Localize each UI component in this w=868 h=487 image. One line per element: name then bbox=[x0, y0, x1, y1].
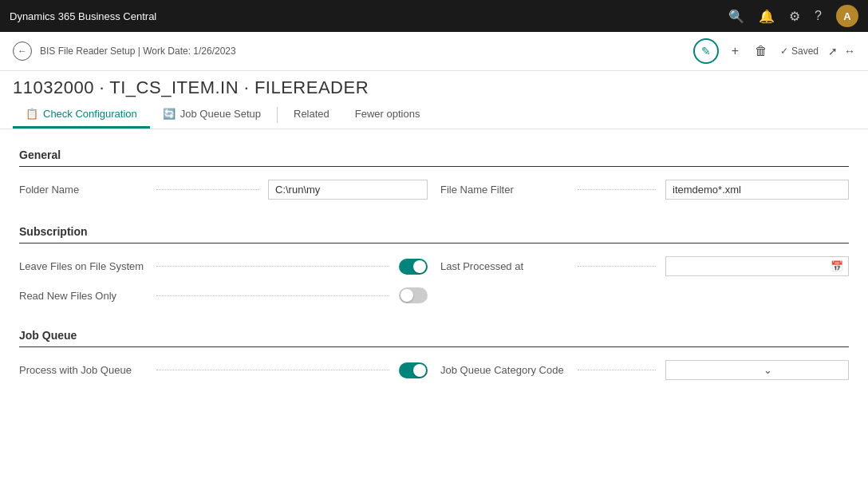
tabs-bar: 📋 Check Configuration 🔄 Job Queue Setup … bbox=[0, 101, 868, 129]
leave-files-dots bbox=[156, 266, 389, 267]
check-config-icon: 📋 bbox=[26, 108, 38, 120]
leave-files-toggle[interactable] bbox=[399, 259, 428, 275]
action-bar-right: ✎ + 🗑 ✓ Saved ➚ ↔ bbox=[693, 38, 855, 64]
calendar-icon[interactable]: 📅 bbox=[826, 257, 848, 275]
read-new-files-track[interactable] bbox=[399, 287, 428, 303]
fewer-options-action[interactable]: Fewer options bbox=[342, 101, 433, 129]
help-icon[interactable]: ? bbox=[815, 9, 822, 23]
app-title: Dynamics 365 Business Central bbox=[10, 10, 719, 22]
read-new-files-thumb bbox=[400, 289, 413, 302]
read-new-files-label: Read New Files Only bbox=[19, 290, 147, 302]
fewer-options-label: Fewer options bbox=[355, 108, 420, 120]
general-fields-row: Folder Name File Name Filter bbox=[19, 180, 849, 200]
top-navigation: Dynamics 365 Business Central 🔍 🔔 ⚙ ? A bbox=[0, 0, 868, 32]
read-new-files-group: Read New Files Only bbox=[19, 287, 428, 303]
user-avatar[interactable]: A bbox=[836, 5, 858, 27]
tab-separator bbox=[277, 107, 278, 123]
add-button[interactable]: + bbox=[728, 41, 742, 61]
tab-job-queue-label: Job Queue Setup bbox=[180, 108, 261, 120]
job-queue-category-label: Job Queue Category Code bbox=[440, 364, 568, 376]
leave-files-label: Leave Files on File System bbox=[19, 260, 147, 272]
page-container: ← BIS File Reader Setup | Work Date: 1/2… bbox=[0, 32, 868, 487]
subscription-section: Subscription Leave Files on File System … bbox=[19, 219, 849, 303]
job-queue-category-group: Job Queue Category Code ⌄ bbox=[440, 360, 849, 380]
file-name-filter-dots bbox=[578, 189, 656, 190]
process-job-queue-label: Process with Job Queue bbox=[19, 364, 147, 376]
job-queue-icon: 🔄 bbox=[163, 108, 176, 120]
tab-check-configuration[interactable]: 📋 Check Configuration bbox=[13, 101, 150, 129]
breadcrumb: BIS File Reader Setup | Work Date: 1/26/… bbox=[40, 46, 685, 57]
last-processed-input-wrapper: 📅 bbox=[665, 256, 849, 276]
process-job-queue-track[interactable] bbox=[399, 362, 428, 378]
edit-button[interactable]: ✎ bbox=[693, 38, 719, 64]
process-job-queue-group: Process with Job Queue bbox=[19, 362, 428, 378]
expand-icon[interactable]: ↔ bbox=[844, 45, 855, 57]
search-icon[interactable]: 🔍 bbox=[728, 9, 744, 24]
last-processed-input[interactable] bbox=[666, 257, 826, 275]
file-name-filter-input[interactable] bbox=[665, 180, 849, 200]
related-label: Related bbox=[294, 108, 329, 120]
folder-name-dots bbox=[156, 189, 258, 190]
related-action[interactable]: Related bbox=[281, 101, 342, 129]
job-queue-section: Job Queue Process with Job Queue Job Que… bbox=[19, 323, 849, 380]
job-queue-category-dropdown[interactable]: ⌄ bbox=[665, 360, 849, 380]
leave-files-thumb bbox=[413, 260, 426, 273]
file-name-filter-label: File Name Filter bbox=[440, 184, 568, 196]
general-section-header: General bbox=[19, 142, 849, 167]
job-queue-category-dots bbox=[578, 370, 656, 370]
last-processed-group: Last Processed at 📅 bbox=[440, 256, 849, 276]
last-processed-label: Last Processed at bbox=[440, 260, 568, 272]
file-name-filter-group: File Name Filter bbox=[440, 180, 849, 200]
expand-controls: ➚ ↔ bbox=[828, 45, 855, 57]
job-queue-category-value bbox=[666, 367, 759, 374]
nav-icons: 🔍 🔔 ⚙ ? A bbox=[728, 5, 858, 27]
folder-name-input[interactable] bbox=[268, 180, 428, 200]
tab-check-config-label: Check Configuration bbox=[43, 108, 137, 120]
saved-label-text: Saved bbox=[791, 46, 819, 57]
back-button[interactable]: ← bbox=[13, 42, 32, 61]
process-job-queue-dots bbox=[156, 370, 389, 370]
action-bar: ← BIS File Reader Setup | Work Date: 1/2… bbox=[0, 32, 868, 71]
process-job-queue-thumb bbox=[413, 364, 426, 377]
last-processed-dots bbox=[578, 266, 656, 267]
tab-job-queue-setup[interactable]: 🔄 Job Queue Setup bbox=[150, 101, 274, 129]
page-title: 11032000 · TI_CS_ITEM.IN · FILEREADER bbox=[0, 71, 868, 101]
subscription-row-1: Leave Files on File System Last Processe… bbox=[19, 256, 849, 276]
process-job-queue-toggle[interactable] bbox=[399, 362, 428, 378]
saved-status: ✓ Saved bbox=[780, 46, 819, 57]
leave-files-track[interactable] bbox=[399, 259, 428, 275]
content-area: General Folder Name File Name Filter Sub… bbox=[0, 129, 868, 404]
leave-files-group: Leave Files on File System bbox=[19, 259, 428, 275]
read-new-files-toggle[interactable] bbox=[399, 287, 428, 303]
checkmark-icon: ✓ bbox=[780, 46, 788, 57]
pencil-icon: ✎ bbox=[701, 45, 711, 57]
gear-icon[interactable]: ⚙ bbox=[789, 9, 800, 24]
read-new-files-dots bbox=[156, 295, 389, 296]
open-in-new-icon[interactable]: ➚ bbox=[828, 45, 838, 57]
folder-name-group: Folder Name bbox=[19, 180, 428, 200]
job-queue-row-1: Process with Job Queue Job Queue Categor… bbox=[19, 360, 849, 380]
subscription-row-2: Read New Files Only bbox=[19, 287, 849, 303]
delete-button[interactable]: 🗑 bbox=[752, 41, 771, 61]
bell-icon[interactable]: 🔔 bbox=[759, 9, 775, 24]
folder-name-label: Folder Name bbox=[19, 184, 147, 196]
dropdown-arrow-icon: ⌄ bbox=[759, 361, 848, 379]
job-queue-section-header: Job Queue bbox=[19, 323, 849, 347]
subscription-section-header: Subscription bbox=[19, 219, 849, 244]
